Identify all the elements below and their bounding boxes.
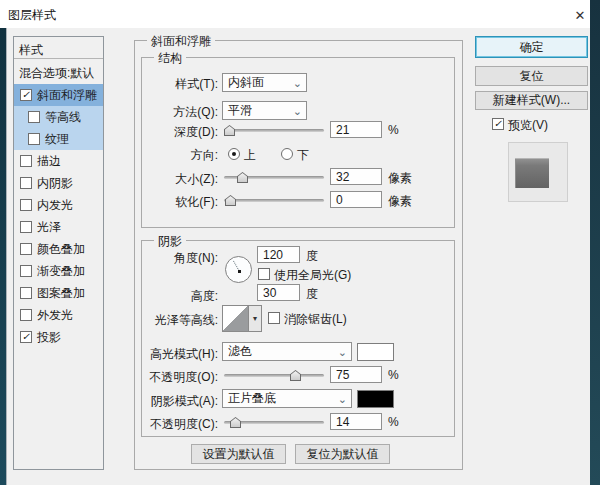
sidebar-item-inner-glow[interactable]: 内发光 — [14, 194, 103, 216]
soften-slider-thumb[interactable] — [225, 195, 236, 206]
soften-input[interactable]: 0 — [330, 191, 382, 208]
sidebar-item-bevel-emboss[interactable]: ✓ 斜面和浮雕 — [14, 84, 103, 106]
preview-bevel-square — [515, 158, 549, 188]
preview-checkbox[interactable]: ✓ — [492, 118, 504, 130]
sidebar-item-outer-glow[interactable]: 外发光 — [14, 304, 103, 326]
shadow-opacity-input[interactable]: 14 — [330, 413, 382, 430]
direction-down-label: 下 — [297, 147, 309, 164]
use-global-light-checkbox[interactable] — [258, 268, 270, 280]
dialog-titlebar: 图层样式 ✕ — [0, 0, 590, 28]
sidebar-item-drop-shadow[interactable]: ✓ 投影 — [14, 326, 103, 348]
sidebar-item-stroke[interactable]: 描边 — [14, 150, 103, 172]
chevron-down-icon: ⌄ — [293, 107, 302, 115]
technique-label: 方法(Q): — [141, 104, 218, 121]
gloss-contour-thumbnail[interactable] — [222, 305, 249, 332]
unchecked-checkbox-icon[interactable] — [20, 287, 32, 299]
layer-style-dialog: 图层样式 ✕ 样式 混合选项:默认 ✓ 斜面和浮雕 等高线 纹理 描边 内阴影 … — [0, 0, 600, 485]
depth-slider[interactable] — [224, 124, 324, 136]
chevron-down-icon: ⌄ — [338, 348, 347, 356]
shadow-mode-select[interactable]: 正片叠底 ⌄ — [222, 389, 352, 408]
checked-checkbox-icon[interactable]: ✓ — [20, 331, 32, 343]
sidebar-divider — [14, 58, 103, 59]
direction-up-label: 上 — [244, 147, 256, 164]
chevron-down-icon: ⌄ — [338, 395, 347, 403]
shadow-color-swatch[interactable] — [357, 390, 394, 408]
angle-dial[interactable] — [225, 256, 252, 283]
shadow-opacity-slider-thumb[interactable] — [230, 417, 241, 428]
highlight-opacity-input[interactable]: 75 — [330, 366, 382, 383]
unchecked-checkbox-icon[interactable] — [20, 177, 32, 189]
altitude-input[interactable]: 30 — [257, 284, 300, 301]
unchecked-checkbox-icon[interactable] — [20, 221, 32, 233]
slider-track[interactable] — [224, 129, 324, 132]
unchecked-checkbox-icon[interactable] — [20, 199, 32, 211]
slider-track[interactable] — [224, 199, 324, 202]
sidebar-item-blending-options[interactable]: 混合选项:默认 — [14, 62, 103, 84]
soften-label: 软化(F): — [141, 194, 218, 211]
sidebar-item-pattern-overlay[interactable]: 图案叠加 — [14, 282, 103, 304]
preview-thumbnail — [508, 142, 568, 202]
highlight-opacity-slider-thumb[interactable] — [290, 370, 301, 381]
unchecked-checkbox-icon[interactable] — [20, 309, 32, 321]
sidebar-item-satin[interactable]: 光泽 — [14, 216, 103, 238]
sidebar-item-inner-shadow[interactable]: 内阴影 — [14, 172, 103, 194]
size-slider-thumb[interactable] — [237, 172, 248, 183]
highlight-opacity-slider[interactable] — [224, 369, 324, 381]
unchecked-checkbox-icon[interactable] — [28, 133, 40, 145]
close-icon[interactable]: ✕ — [571, 6, 589, 24]
direction-label: 方向: — [141, 147, 218, 164]
sidebar-item-gradient-overlay[interactable]: 渐变叠加 — [14, 260, 103, 282]
sidebar-item-color-overlay[interactable]: 颜色叠加 — [14, 238, 103, 260]
size-input[interactable]: 32 — [330, 168, 382, 185]
size-label: 大小(Z): — [141, 171, 218, 188]
gloss-contour-dropdown-button[interactable]: ▾ — [249, 305, 262, 332]
depth-label: 深度(D): — [141, 124, 218, 141]
highlight-opacity-unit: % — [388, 368, 399, 382]
background-strip — [590, 0, 600, 485]
chevron-down-icon: ⌄ — [293, 79, 302, 87]
anti-alias-checkbox[interactable] — [268, 312, 280, 324]
set-default-button[interactable]: 设置为默认值 — [191, 444, 286, 464]
shadow-opacity-slider[interactable] — [224, 416, 324, 428]
unchecked-checkbox-icon[interactable] — [28, 111, 40, 123]
highlight-mode-select[interactable]: 滤色 ⌄ — [222, 342, 352, 361]
style-select[interactable]: 内斜面 ⌄ — [222, 73, 307, 92]
soften-unit: 像素 — [388, 193, 412, 210]
dialog-title: 图层样式 — [8, 7, 56, 24]
angle-dial-center-dot — [238, 270, 241, 273]
shadow-opacity-unit: % — [388, 415, 399, 429]
angle-input[interactable]: 120 — [257, 246, 300, 263]
checked-checkbox-icon[interactable]: ✓ — [20, 89, 32, 101]
direction-up-radio[interactable] — [228, 148, 240, 160]
unchecked-checkbox-icon[interactable] — [20, 155, 32, 167]
use-global-light-label: 使用全局光(G) — [274, 267, 351, 284]
unchecked-checkbox-icon[interactable] — [20, 265, 32, 277]
highlight-color-swatch[interactable] — [357, 343, 394, 361]
direction-down-radio[interactable] — [281, 148, 293, 160]
technique-select[interactable]: 平滑 ⌄ — [222, 101, 307, 120]
size-slider[interactable] — [224, 171, 324, 183]
structure-legend: 结构 — [154, 50, 186, 67]
ok-button[interactable]: 确定 — [475, 36, 588, 58]
shadow-opacity-label: 不透明度(C): — [141, 416, 218, 433]
slider-track[interactable] — [224, 374, 324, 377]
angle-unit: 度 — [306, 248, 318, 265]
soften-slider[interactable] — [224, 194, 324, 206]
reset-default-button[interactable]: 复位为默认值 — [295, 444, 390, 464]
reset-button[interactable]: 复位 — [475, 66, 588, 86]
size-unit: 像素 — [388, 170, 412, 187]
sidebar-item-texture[interactable]: 纹理 — [14, 128, 103, 150]
style-label: 样式(T): — [141, 76, 218, 93]
new-style-button[interactable]: 新建样式(W)... — [475, 91, 588, 110]
altitude-label: 高度: — [141, 288, 218, 305]
depth-unit: % — [388, 123, 399, 137]
highlight-opacity-label: 不透明度(O): — [141, 369, 218, 386]
sidebar-item-contour[interactable]: 等高线 — [14, 106, 103, 128]
dropdown-arrow-icon: ▾ — [253, 314, 257, 323]
highlight-mode-label: 高光模式(H): — [141, 346, 218, 363]
depth-slider-thumb[interactable] — [224, 125, 235, 136]
unchecked-checkbox-icon[interactable] — [20, 243, 32, 255]
anti-alias-label: 消除锯齿(L) — [284, 311, 347, 328]
gloss-contour-label: 光泽等高线: — [141, 312, 218, 329]
depth-input[interactable]: 21 — [330, 121, 382, 138]
